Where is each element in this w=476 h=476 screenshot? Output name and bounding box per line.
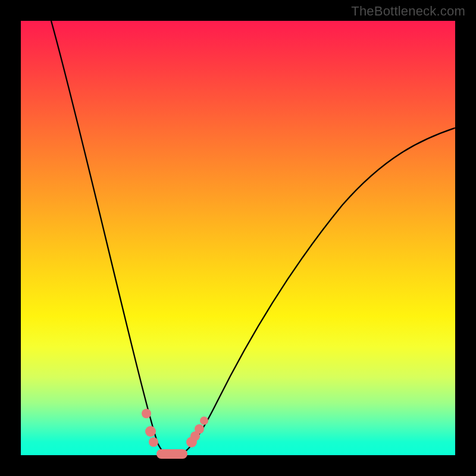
attribution-text: TheBottleneck.com [351,4,465,19]
curve-right-branch [180,128,455,454]
marker-dot [142,409,151,418]
marker-dot [145,426,156,437]
curve-left-branch [51,21,168,454]
marker-dot [149,437,158,447]
bottleneck-curve [21,21,455,455]
flat-segment-marker [156,449,187,459]
plot-area [21,21,455,455]
chart-frame: TheBottleneck.com [0,0,476,476]
marker-dot [200,416,208,425]
marker-dot [195,424,204,434]
